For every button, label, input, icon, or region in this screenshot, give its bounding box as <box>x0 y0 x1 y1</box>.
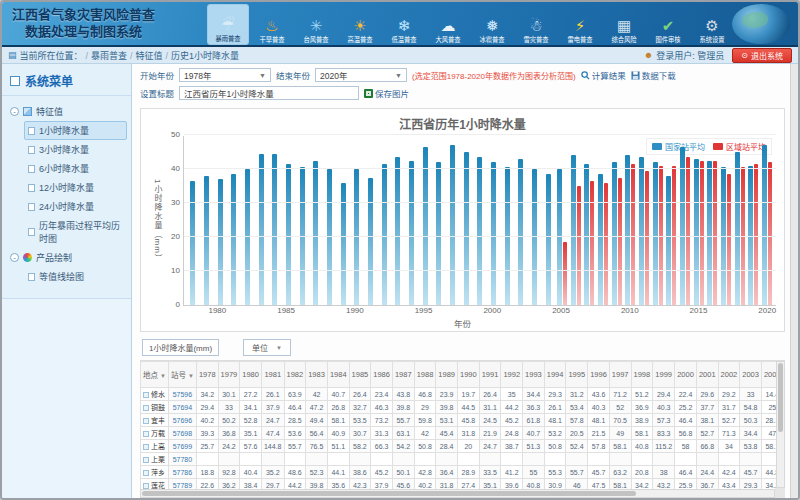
bar-national-1995[interactable] <box>423 147 428 305</box>
bar-national-2003[interactable] <box>532 169 537 305</box>
bar-national-2007[interactable] <box>584 164 589 305</box>
bar-national-1984[interactable] <box>272 154 277 305</box>
tree-item-3小时降水量[interactable]: 3小时降水量 <box>24 140 127 159</box>
calculate-button[interactable]: 计算结果 <box>581 69 626 81</box>
tree-group-产品绘制[interactable]: -产品绘制 <box>6 248 127 267</box>
bar-group-1996 <box>432 136 446 305</box>
unit-select[interactable]: 单位▼ <box>243 339 291 356</box>
table-row[interactable]: 萍乡5778618.892.840.435.248.652.344.138.64… <box>141 466 786 479</box>
table-row[interactable]: 上栗57780 <box>141 453 786 466</box>
vertical-scrollbar[interactable] <box>776 361 785 488</box>
toolbar-snow[interactable]: ☃雪灾普查 <box>515 4 557 45</box>
bar-national-1983[interactable] <box>259 154 264 305</box>
bar-regional-2011[interactable] <box>645 171 649 305</box>
bar-regional-2016[interactable] <box>713 161 717 306</box>
logout-button[interactable]: ⊙退出系统 <box>732 48 792 63</box>
bar-national-1987[interactable] <box>313 161 318 306</box>
end-year-select[interactable]: 2020年▼ <box>315 68 407 82</box>
bar-national-1988[interactable] <box>327 169 332 305</box>
bar-national-1992[interactable] <box>382 164 387 305</box>
toolbar-drought[interactable]: ♨干旱普查 <box>251 4 293 45</box>
start-year-select[interactable]: 1978年▼ <box>179 68 271 82</box>
breadcrumb-item[interactable]: 特征值 <box>136 51 163 61</box>
toolbar-high-temp[interactable]: ☀高温普查 <box>339 4 381 45</box>
bar-regional-2010[interactable] <box>631 164 635 305</box>
download-button[interactable]: 数据下载 <box>631 69 676 81</box>
column-header-location[interactable]: 地点▼ <box>141 362 169 388</box>
tree-item-等值线绘图[interactable]: 等值线绘图 <box>24 267 127 286</box>
bar-national-2000[interactable] <box>491 162 496 305</box>
bar-national-2009[interactable] <box>612 162 617 305</box>
bar-regional-2019[interactable] <box>754 164 758 305</box>
toolbar-calculator[interactable]: ▦综合风险 <box>603 4 645 45</box>
save-image-button[interactable]: 保存图片 <box>364 87 409 99</box>
tree-group-特征值[interactable]: -特征值 <box>6 102 127 121</box>
bar-national-1980[interactable] <box>218 179 223 305</box>
toolbar-map-review[interactable]: ✔图件审核 <box>647 4 689 45</box>
toolbar-low-temp[interactable]: ❄低温普查 <box>383 4 425 45</box>
bar-national-1978[interactable] <box>190 181 195 305</box>
expander-icon[interactable]: - <box>10 253 19 262</box>
chart-title-input[interactable]: 江西省历年1小时降水量 <box>179 86 359 100</box>
bar-regional-2005[interactable] <box>563 242 567 305</box>
toolbar-typhoon[interactable]: ✳台风普查 <box>295 4 337 45</box>
bar-national-1994[interactable] <box>409 161 414 306</box>
bar-national-1999[interactable] <box>477 157 482 305</box>
bar-regional-2007[interactable] <box>590 181 594 305</box>
bar-national-2006[interactable] <box>571 155 576 305</box>
bar-regional-2014[interactable] <box>686 157 690 305</box>
bar-national-1998[interactable] <box>464 152 469 305</box>
toolbar-hail[interactable]: ❅冰雹普查 <box>471 4 513 45</box>
toolbar-rainstorm[interactable]: ☔暴雨普查 <box>207 4 249 45</box>
toolbar-wind[interactable]: ☁大风普查 <box>427 4 469 45</box>
horizontal-scrollbar[interactable] <box>140 489 775 498</box>
bar-regional-2020[interactable] <box>768 162 772 305</box>
bar-national-1989[interactable] <box>341 183 346 305</box>
bar-national-1991[interactable] <box>368 178 373 306</box>
bar-national-2020[interactable] <box>762 145 767 305</box>
bar-national-2014[interactable] <box>680 147 685 305</box>
bar-national-2015[interactable] <box>694 159 699 305</box>
bar-national-1985[interactable] <box>286 164 291 305</box>
bar-national-2010[interactable] <box>625 155 630 305</box>
tree-item-24小时降水量[interactable]: 24小时降水量 <box>24 197 127 216</box>
bar-national-2004[interactable] <box>546 174 551 305</box>
bar-national-1982[interactable] <box>245 169 250 305</box>
metric-button[interactable]: 1小时降水量(mm) <box>142 339 219 356</box>
bar-regional-2017[interactable] <box>727 174 731 305</box>
bar-national-1996[interactable] <box>436 162 441 305</box>
bar-national-1990[interactable] <box>354 169 359 305</box>
bar-regional-2006[interactable] <box>577 186 581 305</box>
expander-icon[interactable]: - <box>10 107 19 116</box>
toolbar-settings[interactable]: ⚙系统设置 <box>691 4 733 45</box>
table-row[interactable]: 修水5759634.230.127.226.163.94240.726.423.… <box>141 388 786 401</box>
bar-national-2002[interactable] <box>518 159 523 305</box>
bar-national-2005[interactable] <box>557 169 562 305</box>
breadcrumb-item[interactable]: 暴雨普查 <box>91 51 127 61</box>
column-header-station[interactable]: 站号▼ <box>168 362 196 388</box>
bar-national-1981[interactable] <box>231 174 236 305</box>
tree-item-12小时降水量[interactable]: 12小时降水量 <box>24 178 127 197</box>
tree-item-6小时降水量[interactable]: 6小时降水量 <box>24 159 127 178</box>
bar-national-2008[interactable] <box>598 174 603 305</box>
tree-item-历年暴雨过程平均历时图[interactable]: 历年暴雨过程平均历时图 <box>24 216 127 248</box>
bar-national-1993[interactable] <box>395 157 400 305</box>
table-row[interactable]: 铜鼓5769429.43334.137.946.447.226.832.746.… <box>141 401 786 414</box>
table-row[interactable]: 万载5769839.336.835.147.453.656.440.930.73… <box>141 427 786 440</box>
station-id-cell: 57694 <box>168 401 196 414</box>
table-row[interactable]: 上高5769925.724.257.6144.855.776.551.158.2… <box>141 440 786 453</box>
bar-national-2011[interactable] <box>639 157 644 305</box>
bar-regional-2009[interactable] <box>618 178 622 306</box>
bar-national-2018[interactable] <box>735 152 740 305</box>
bar-national-2013[interactable] <box>666 176 671 305</box>
bar-national-1997[interactable] <box>450 145 455 305</box>
tree-item-1小时降水量[interactable]: 1小时降水量 <box>24 121 127 140</box>
bar-regional-2015[interactable] <box>700 161 704 306</box>
table-row[interactable]: 宜丰5769640.250.252.824.728.549.458.153.57… <box>141 414 786 427</box>
toolbar-lightning[interactable]: ⚡雷电普查 <box>559 4 601 45</box>
bar-regional-2008[interactable] <box>604 183 608 305</box>
bar-national-1979[interactable] <box>204 176 209 305</box>
breadcrumb-item[interactable]: 历史1小时降水量 <box>171 51 239 61</box>
bar-national-2016[interactable] <box>707 161 712 306</box>
bar-national-2012[interactable] <box>653 162 658 305</box>
